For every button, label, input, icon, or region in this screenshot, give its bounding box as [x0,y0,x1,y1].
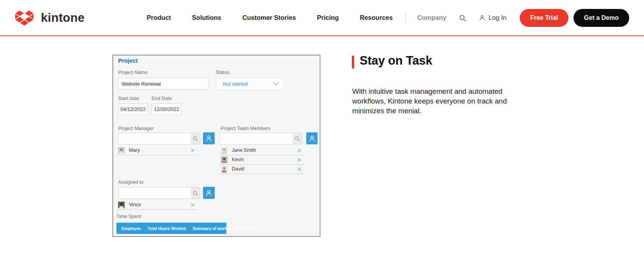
column-summary[interactable]: Summary of work accomplished [192,226,255,231]
team-members-search-input[interactable] [220,133,293,144]
search-icon[interactable] [458,14,467,22]
assigned-to-search-icon[interactable] [191,188,200,199]
nav-divider [405,13,406,23]
member-row: David [219,165,304,174]
team-members-picker [219,133,302,144]
nav-product[interactable]: Product [146,14,171,21]
end-date-input[interactable] [152,104,182,115]
kintone-logo[interactable]: kintone [14,8,85,27]
person-icon [205,189,213,197]
project-manager-search-icon[interactable] [191,133,200,144]
member-name: David [232,166,244,172]
heading-accent-bar [352,56,354,69]
avatar [221,156,228,163]
secondary-nav: Company Log In [405,13,506,23]
person-icon [205,134,213,143]
section-body-text: With intuitive task management and autom… [352,86,507,116]
project-manager-label: Project Manager [118,126,154,131]
nav-resources[interactable]: Resources [360,14,392,21]
login-link[interactable]: Log In [478,14,506,21]
login-label: Log In [489,14,506,21]
nav-pricing[interactable]: Pricing [317,14,339,21]
remove-member-icon[interactable] [297,148,302,153]
main-nav: Product Solutions Customer Stories Prici… [146,14,392,21]
cta-buttons: Free Trial Get a Demo [520,9,629,27]
project-name-label: Project Name [118,70,148,75]
brand-wordmark: kintone [41,11,85,25]
person-icon [308,134,316,143]
member-row: Kevin [219,155,304,165]
remove-member-icon[interactable] [190,148,195,153]
end-date-label: End Date [152,96,172,101]
time-spent-label: Time Spent [116,214,141,219]
avatar [221,147,228,154]
status-value: Not started [223,81,248,87]
remove-member-icon[interactable] [190,202,195,207]
assigned-to-label: Assigned to [118,179,143,185]
page: kintone Product Solutions Customer Stori… [0,0,644,260]
assigned-to-user-select-button[interactable] [203,187,215,199]
project-manager-picker [118,133,200,144]
team-members-search-icon[interactable] [293,133,302,144]
remove-member-icon[interactable] [297,167,302,172]
member-row: Jane Smith [219,146,304,155]
member-name: Kevin [232,157,244,162]
team-members-user-select-button[interactable] [306,132,318,144]
nav-company[interactable]: Company [417,14,446,21]
remove-member-icon[interactable] [297,157,302,162]
status-label: Status [216,70,229,75]
member-name: Mary [129,148,140,153]
member-row: Mary [116,146,198,155]
nav-customer-stories[interactable]: Customer Stories [242,14,296,21]
start-date-label: Start date [118,96,139,101]
column-total-hours[interactable]: Total Hours Worked [148,226,186,231]
project-app-form-card: Project Project Name Status Not started … [113,55,320,237]
time-spent-table-header: Employee Total Hours Worked Summary of w… [116,223,226,234]
top-navigation-bar: kintone Product Solutions Customer Stori… [0,0,644,36]
member-row: Vince [116,200,198,210]
avatar [221,166,228,172]
assigned-to-search-input[interactable] [118,188,191,199]
status-dropdown[interactable]: Not started [216,78,284,90]
member-name: Vince [129,202,141,207]
login-person-icon [478,14,486,21]
assigned-to-members: Vince [116,200,198,210]
avatar [118,147,125,154]
nav-solutions[interactable]: Solutions [192,14,221,21]
start-date-input[interactable] [118,104,148,115]
avatar [118,202,125,208]
assigned-to-picker [118,187,200,199]
team-members-label: Project Team Members [221,126,270,131]
kintone-logo-icon [14,8,35,27]
chevron-down-icon [273,82,279,86]
team-member-list: Jane Smith Kevin David [219,146,304,174]
get-a-demo-button[interactable]: Get a Demo [573,9,629,27]
project-name-input[interactable] [118,78,209,90]
section-heading: Stay on Task [360,54,432,68]
project-manager-user-select-button[interactable] [203,132,215,144]
member-name: Jane Smith [232,148,256,153]
project-manager-members: Mary [116,146,198,155]
project-manager-search-input[interactable] [118,133,191,144]
free-trial-button[interactable]: Free Trial [520,9,568,27]
form-title: Project [118,57,138,64]
column-employee[interactable]: Employee [122,226,141,231]
